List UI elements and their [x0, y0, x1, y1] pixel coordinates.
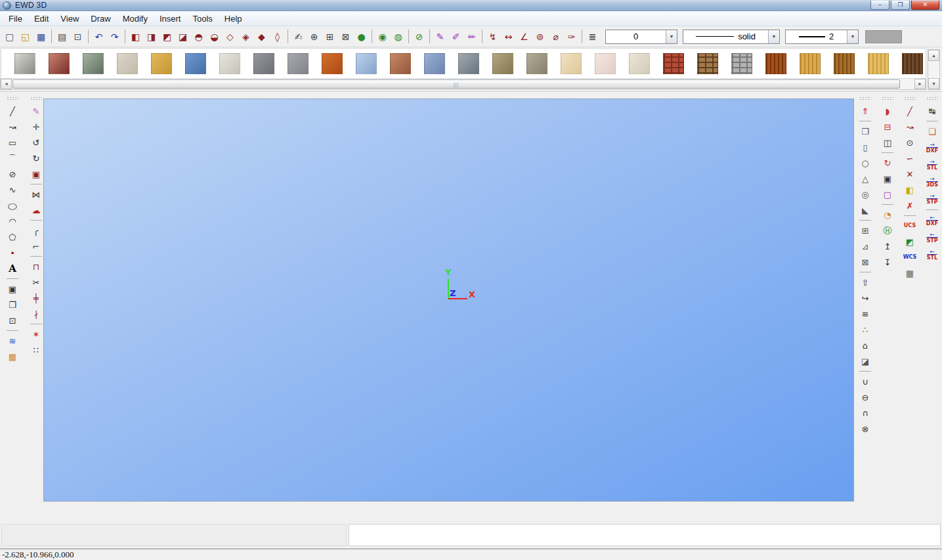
texture-dark-plank-wood[interactable] [902, 53, 923, 74]
section-tool[interactable]: ⊟ [880, 119, 895, 134]
line-tool[interactable]: ╱ [5, 104, 20, 118]
wcs-tool[interactable]: WCS [903, 250, 917, 265]
copy-material-button[interactable]: ✐ [448, 29, 463, 44]
texture-gray-granite[interactable] [253, 53, 274, 74]
view-iso-se-button[interactable]: ◈ [238, 29, 253, 44]
toolbar-grip[interactable] [904, 97, 916, 100]
align-3d-tool[interactable]: ▣ [880, 171, 895, 186]
box-tool[interactable]: ❒ [858, 124, 872, 139]
erase-material-button[interactable]: ✏ [464, 29, 479, 44]
measure-tool[interactable]: ↹ [925, 104, 939, 118]
roof-tool[interactable]: ⌂ [858, 338, 872, 353]
view-right-button[interactable]: ◨ [144, 29, 159, 44]
print-button[interactable]: ▤ [54, 29, 70, 44]
texture-copper[interactable] [49, 53, 70, 74]
texture-oak-wood[interactable] [800, 53, 821, 74]
chevron-down-icon[interactable]: ▼ [847, 30, 858, 43]
zoom-extents-button[interactable]: ⊠ [338, 29, 353, 44]
texture-terracotta-marble[interactable] [390, 53, 411, 74]
toolbar-grip[interactable] [859, 97, 871, 100]
line-3d-tool[interactable]: ╱ [903, 104, 917, 118]
arc-3point-tool[interactable]: ◠ [5, 214, 20, 228]
ucs-face-tool[interactable]: ◩ [903, 234, 917, 249]
menu-view[interactable]: View [54, 12, 85, 25]
render-image-tool[interactable]: ❏ [925, 124, 939, 139]
insert-image-tool[interactable]: ▣ [5, 282, 20, 296]
chevron-down-icon[interactable]: ▼ [768, 30, 779, 43]
view-iso-sw-button[interactable]: ◇ [223, 29, 238, 44]
menu-file[interactable]: File [3, 12, 28, 25]
scroll-right-icon[interactable]: ▸ [914, 79, 926, 89]
polygon-tool[interactable]: ⬠ [5, 230, 20, 244]
point-tool[interactable]: • [5, 246, 20, 260]
lineweight-combo[interactable]: 2 ▼ [785, 30, 859, 44]
polyline-3d-tool[interactable]: ↝ [903, 119, 917, 134]
workplane-tool[interactable]: ▦ [903, 266, 917, 280]
save-button[interactable]: ▦ [33, 29, 49, 44]
material-map-tool[interactable]: Ⓗ [880, 223, 895, 238]
view-left-button[interactable]: ◧ [128, 29, 143, 44]
import-stp-button[interactable]: →STP [925, 191, 939, 207]
import-stl-button[interactable]: →STL [925, 157, 939, 173]
edit-dim-button[interactable]: ✑ [564, 29, 579, 44]
circle-tool[interactable]: ⊘ [5, 167, 20, 181]
menu-help[interactable]: Help [219, 12, 248, 25]
loft-tool[interactable]: ≋ [858, 307, 872, 321]
array-tool[interactable]: ∷ [29, 343, 43, 357]
texture-pine-wood[interactable] [868, 53, 889, 74]
texture-blue-stone[interactable] [185, 53, 206, 74]
select-window-tool[interactable]: ⊡ [5, 313, 20, 328]
menu-edit[interactable]: Edit [28, 12, 54, 25]
color-swatch-button[interactable] [865, 30, 902, 43]
render-pie-tool[interactable]: ◔ [880, 207, 895, 222]
texture-orange-speckle[interactable] [322, 53, 343, 74]
boolean-union-tool[interactable]: ∪ [858, 374, 872, 389]
open-button[interactable]: ◱ [18, 29, 33, 44]
solid-group-tool[interactable]: ⊞ [858, 223, 872, 238]
boolean-interfere-tool[interactable]: ⊗ [858, 421, 872, 436]
face-extrude-tool[interactable]: ⇧ [858, 275, 872, 290]
toolbar-grip[interactable] [7, 97, 18, 100]
mesh-box-tool[interactable]: ⊠ [858, 255, 872, 269]
slice-tool[interactable]: ◗ [880, 104, 895, 118]
boolean-intersect-tool[interactable]: ∩ [858, 406, 872, 420]
center-point-circle-tool[interactable]: ⊙ [903, 135, 917, 150]
extrude-tool[interactable]: ⇑ [858, 104, 872, 118]
cylinder-tool[interactable]: ▯ [858, 140, 872, 154]
new-sheet-tool[interactable]: ▢ [880, 187, 895, 202]
zoom-window-button[interactable]: ⊞ [322, 29, 337, 44]
break-tool[interactable]: ⊓ [29, 259, 43, 274]
export-stl-button[interactable]: ←STL [925, 247, 939, 263]
delete-point-tool[interactable]: ✗ [903, 198, 917, 213]
zoom-button[interactable]: ⊕ [307, 29, 322, 44]
spline-tool[interactable]: ∿ [5, 183, 20, 197]
vscroll-track[interactable] [928, 61, 939, 78]
divide-tool[interactable]: ╪ [29, 291, 43, 305]
redo-button[interactable]: ↷ [107, 29, 122, 44]
sketch-pan-button[interactable]: ✍ [291, 29, 306, 44]
cone-tool[interactable]: △ [858, 171, 872, 186]
close-button[interactable]: ✕ [911, 1, 939, 10]
view-top-button[interactable]: ◓ [191, 29, 206, 44]
texture-cream-marble[interactable] [561, 53, 582, 74]
view-bottom-button[interactable]: ◒ [207, 29, 222, 44]
hscroll-thumb[interactable]: ||| [12, 79, 900, 89]
color-spectrum-tool[interactable]: ≋ [5, 334, 20, 348]
boolean-subtract-tool[interactable]: ⊖ [858, 390, 872, 404]
layer-combo[interactable]: 0 ▼ [605, 30, 677, 44]
text-tool[interactable]: A [5, 261, 20, 276]
view-iso-ne-button[interactable]: ◆ [254, 29, 269, 44]
scale-tool[interactable]: ▣ [29, 167, 43, 181]
layers-button[interactable]: ≣ [585, 29, 600, 44]
texture-hscrollbar[interactable]: ◂ ||| ▸ [0, 79, 926, 90]
texture-stone-brick[interactable] [731, 53, 752, 74]
export-dxf-button[interactable]: ←DXF [925, 213, 939, 228]
toggle-camera-button[interactable]: ⊘ [412, 29, 427, 44]
mirror-3d-tool[interactable]: ◫ [880, 135, 895, 150]
sweep-tool[interactable]: ↪ [858, 291, 872, 305]
import-3ds-button[interactable]: →3DS [925, 174, 939, 190]
scroll-up-icon[interactable]: ▴ [928, 50, 939, 61]
texture-gold-stone[interactable] [151, 53, 172, 74]
group-move-tool[interactable]: ◧ [903, 183, 917, 197]
sphere-tool[interactable]: ○ [858, 156, 872, 170]
